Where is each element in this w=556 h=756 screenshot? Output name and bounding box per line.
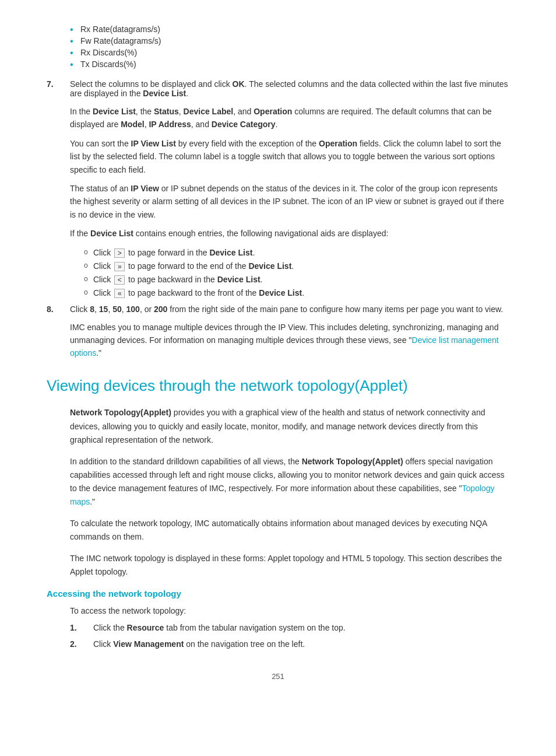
subsection-heading: Accessing the network topology <box>47 589 509 598</box>
nav-bullet-backward: Click < to page backward in the Device L… <box>82 273 509 286</box>
step-7-para1: In the Device List, the Status, Device L… <box>70 105 509 131</box>
ok-label: OK <box>233 79 245 89</box>
step-7-number: 7. <box>47 79 70 98</box>
bullet-item-tx-discards: Tx Discards(%) <box>70 58 509 70</box>
ip-view-list-label: IP View List <box>131 139 176 148</box>
section-para3: To calculate the network topology, IMC a… <box>70 517 509 544</box>
device-list-management-link[interactable]: Device list management options <box>70 335 499 358</box>
device-list-label-2: Device List <box>93 107 136 116</box>
subsection-step-2-content: Click View Management on the navigation … <box>93 639 509 649</box>
network-topology-applet-label-2: Network Topology(Applet) <box>302 457 403 466</box>
device-list-label-3: Device List <box>90 229 133 238</box>
section-para2: In addition to the standard drilldown ca… <box>70 455 509 509</box>
page-container: Rx Rate(datagrams/s) Fw Rate(datagrams/s… <box>0 0 556 756</box>
step-7-para3: The status of an IP View or IP subnet de… <box>70 182 509 221</box>
device-list-label-5: Device List <box>248 261 291 271</box>
device-list-label-6: Device List <box>217 275 261 284</box>
topology-maps-link[interactable]: Topology maps <box>70 484 494 506</box>
subsection-step-1-number: 1. <box>70 623 93 632</box>
subsection-step-2-number: 2. <box>70 639 93 649</box>
backward-btn: < <box>114 275 125 285</box>
operation-label-2: Operation <box>319 139 357 148</box>
step-8-content: Click 8, 15, 50, 100, or 200 from the ri… <box>70 304 509 314</box>
step-7-content: Select the columns to be displayed and c… <box>70 79 509 98</box>
step-8-para1: IMC enables you to manage multiple devic… <box>70 321 509 360</box>
resource-tab-label: Resource <box>127 623 164 632</box>
bullet-item-rx-rate: Rx Rate(datagrams/s) <box>70 23 509 35</box>
step-8-100: 100 <box>126 304 140 314</box>
status-label: Status <box>154 107 179 116</box>
step-8: 8. Click 8, 15, 50, 100, or 200 from the… <box>47 304 509 314</box>
section-heading: Viewing devices through the network topo… <box>47 376 509 396</box>
step-7: 7. Select the columns to be displayed an… <box>47 79 509 98</box>
step-8-bold: 8 <box>90 304 94 314</box>
forward-btn: > <box>114 249 125 258</box>
ip-address-label: IP Address <box>149 120 191 129</box>
bullet-item-rx-discards: Rx Discards(%) <box>70 47 509 58</box>
operation-label: Operation <box>254 107 292 116</box>
step-7-para2: You can sort the IP View List by every f… <box>70 137 509 176</box>
device-list-label-7: Device List <box>259 288 302 298</box>
subsection-intro: To access the network topology: <box>70 604 509 617</box>
nav-bullet-front: Click « to page backward to the front of… <box>82 286 509 300</box>
device-list-label-4: Device List <box>209 248 252 257</box>
step-7-para4: If the Device List contains enough entri… <box>70 227 509 240</box>
nav-bullet-forward: Click > to page forward in the Device Li… <box>82 246 509 260</box>
network-topology-applet-label-1: Network Topology(Applet) <box>70 408 171 417</box>
bullet-list-top: Rx Rate(datagrams/s) Fw Rate(datagrams/s… <box>70 23 509 70</box>
ip-view-label: IP View <box>131 184 159 193</box>
subsection-step-1-content: Click the Resource tab from the tabular … <box>93 623 509 632</box>
step-8-50: 50 <box>112 304 122 314</box>
nav-bullet-end: Click » to page forward to the end of th… <box>82 260 509 273</box>
section-para1: Network Topology(Applet) provides you wi… <box>70 406 509 446</box>
device-list-label-1: Device List <box>143 89 186 98</box>
subsection-step-2: 2. Click View Management on the navigati… <box>70 639 509 649</box>
front-btn: « <box>114 289 125 298</box>
step-8-200: 200 <box>154 304 167 314</box>
top-bullets-section: Rx Rate(datagrams/s) Fw Rate(datagrams/s… <box>47 23 509 70</box>
step-8-15: 15 <box>99 304 108 314</box>
bullet-item-fw-rate: Fw Rate(datagrams/s) <box>70 35 509 47</box>
page-number: 251 <box>47 672 509 681</box>
end-btn: » <box>114 262 125 271</box>
step-7-main-pre: Select the columns to be displayed and c… <box>70 79 508 98</box>
view-management-label: View Management <box>113 639 184 649</box>
model-label: Model <box>121 120 144 129</box>
section-para4: The IMC network topology is displayed in… <box>70 552 509 579</box>
device-category-label: Device Category <box>212 120 276 129</box>
subsection-step-1: 1. Click the Resource tab from the tabul… <box>70 623 509 632</box>
navigation-bullets: Click > to page forward in the Device Li… <box>82 246 509 300</box>
device-label-label: Device Label <box>184 107 234 116</box>
step-8-number: 8. <box>47 304 70 314</box>
